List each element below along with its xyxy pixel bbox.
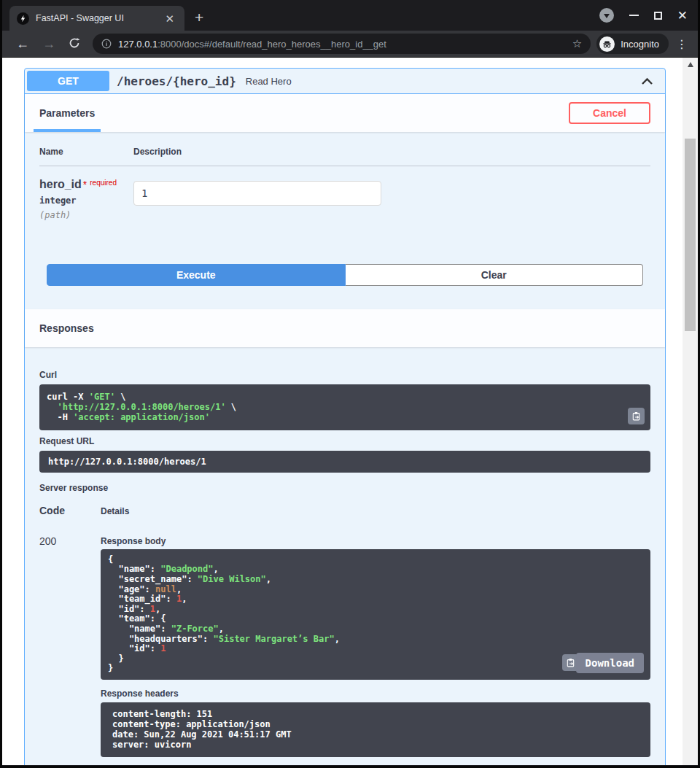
page-content: GET /heroes/{hero_id} Read Hero Paramete… xyxy=(2,58,698,765)
forward-button[interactable]: → xyxy=(42,37,55,50)
parameter-type: integer xyxy=(39,195,133,206)
parameters-table-header: Name Description xyxy=(39,147,650,166)
required-label: required xyxy=(90,179,117,187)
minimize-button[interactable] xyxy=(629,15,639,16)
hero-id-input[interactable] xyxy=(133,181,381,206)
opblock-get: GET /heroes/{hero_id} Read Hero Paramete… xyxy=(24,68,666,765)
incognito-badge: Incognito xyxy=(596,34,669,54)
response-headers-value: content-length: 151content-type: applica… xyxy=(101,702,650,757)
parameter-row: hero_id*required integer (path) xyxy=(39,166,650,220)
scrollbar-thumb[interactable] xyxy=(685,139,696,331)
endpoint-path: /heroes/{hero_id} xyxy=(117,74,236,88)
column-details: Details xyxy=(101,506,129,516)
browser-update-icon[interactable] xyxy=(599,8,614,23)
browser-toolbar: ← → 127.0.0.1 :8000/docs#/default/read_h… xyxy=(2,31,698,58)
url-host: 127.0.0.1 xyxy=(118,39,158,50)
maximize-button[interactable] xyxy=(654,12,662,20)
new-tab-button[interactable]: + xyxy=(195,9,203,25)
info-icon xyxy=(101,39,112,49)
window-controls: ✕ xyxy=(599,0,688,31)
response-table-header: Code Details xyxy=(39,505,650,516)
collapse-chevron-icon[interactable] xyxy=(641,77,653,85)
parameters-body: Name Description hero_id*required intege… xyxy=(25,132,665,309)
url-path: :8000/docs#/default/read_hero_heroes__he… xyxy=(158,39,386,50)
browser-tab[interactable]: FastAPI - Swagger UI ✕ xyxy=(9,6,184,31)
parameter-name: hero_id xyxy=(39,178,82,190)
endpoint-summary: Read Hero xyxy=(246,76,292,87)
curl-label: Curl xyxy=(39,370,650,380)
response-body-label: Response body xyxy=(101,536,650,546)
execute-row: Execute Clear xyxy=(47,264,643,286)
cancel-button[interactable]: Cancel xyxy=(569,102,650,124)
server-response-label: Server response xyxy=(39,483,650,493)
tab-title: FastAPI - Swagger UI xyxy=(36,13,162,23)
browser-menu-icon[interactable]: ⋮ xyxy=(676,37,688,51)
required-star: * xyxy=(83,179,87,190)
parameters-header: Parameters Cancel xyxy=(25,94,665,132)
download-button[interactable]: Download xyxy=(576,653,644,673)
page-scrollbar[interactable] xyxy=(682,58,698,765)
execute-button[interactable]: Execute xyxy=(47,264,346,286)
copy-curl-button[interactable] xyxy=(628,408,645,424)
request-url-value: http://127.0.0.1:8000/heroes/1 xyxy=(39,451,650,473)
response-body-json: { "name": "Deadpond", "secret_name": "Di… xyxy=(101,549,650,680)
request-url-label: Request URL xyxy=(39,436,650,446)
response-row: 200 Response body { "name": "Deadpond", … xyxy=(39,534,650,757)
clear-button[interactable]: Clear xyxy=(346,264,644,286)
responses-header: Responses xyxy=(25,309,665,347)
swagger-ui: GET /heroes/{hero_id} Read Hero Paramete… xyxy=(24,68,666,765)
tab-close-icon[interactable]: ✕ xyxy=(162,12,177,26)
column-description: Description xyxy=(133,147,182,157)
response-headers-label: Response headers xyxy=(101,689,650,699)
scrollbar-up-arrow-icon[interactable] xyxy=(682,58,698,71)
active-tab-underline xyxy=(34,129,101,132)
operation-summary[interactable]: GET /heroes/{hero_id} Read Hero xyxy=(25,69,665,94)
incognito-label: Incognito xyxy=(621,39,659,50)
bookmark-star-icon[interactable]: ☆ xyxy=(572,37,582,50)
column-name: Name xyxy=(39,147,133,157)
parameter-location: (path) xyxy=(39,210,133,220)
method-badge: GET xyxy=(27,71,109,91)
responses-title: Responses xyxy=(39,322,94,334)
responses-body: Curl curl -X 'GET' \ 'http://127.0.0.1:8… xyxy=(25,347,665,761)
curl-command: curl -X 'GET' \ 'http://127.0.0.1:8000/h… xyxy=(39,384,650,430)
column-code: Code xyxy=(39,505,101,516)
address-bar[interactable]: 127.0.0.1 :8000/docs#/default/read_hero_… xyxy=(93,34,591,54)
close-button[interactable]: ✕ xyxy=(677,9,688,22)
parameters-title: Parameters xyxy=(39,107,95,119)
incognito-icon xyxy=(599,36,615,52)
tab-strip: FastAPI - Swagger UI ✕ + ✕ xyxy=(2,0,698,31)
reload-button[interactable] xyxy=(69,37,80,51)
back-button[interactable]: ← xyxy=(16,37,29,50)
status-code: 200 xyxy=(39,534,101,757)
fastapi-favicon-icon xyxy=(17,12,29,25)
browser-window: FastAPI - Swagger UI ✕ + ✕ ← → 127.0.0.1… xyxy=(0,0,700,768)
